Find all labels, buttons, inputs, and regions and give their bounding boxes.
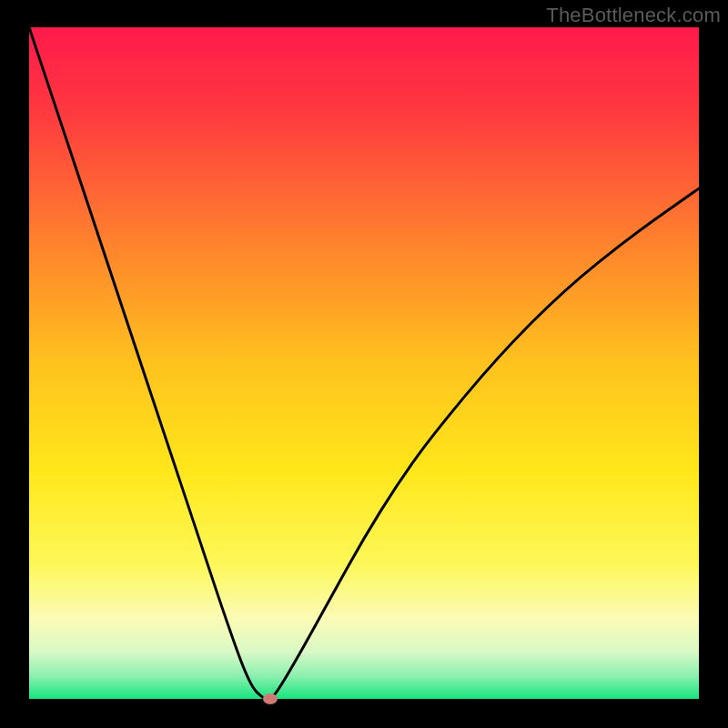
optimal-point-marker — [263, 693, 278, 704]
chart-frame: TheBottleneck.com — [0, 0, 728, 728]
bottleneck-chart — [0, 0, 728, 728]
plot-background — [29, 27, 699, 699]
watermark-text: TheBottleneck.com — [546, 4, 721, 27]
